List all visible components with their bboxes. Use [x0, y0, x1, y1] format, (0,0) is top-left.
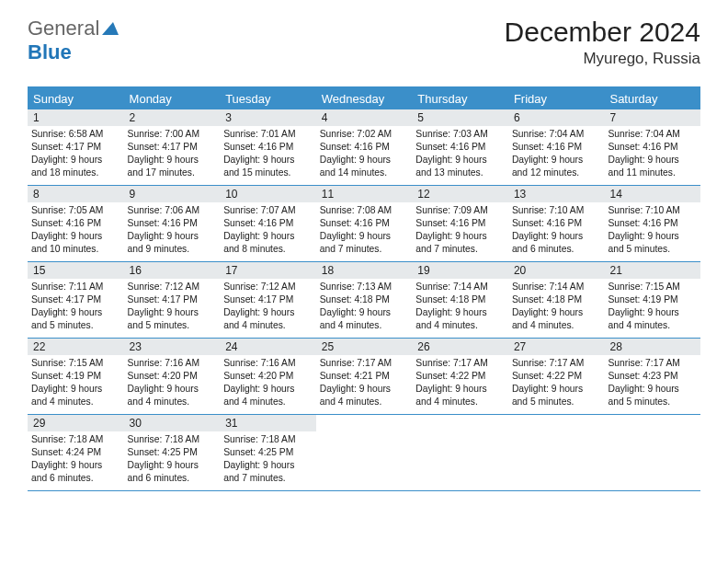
day-cell: 31Sunrise: 7:18 AMSunset: 4:25 PMDayligh…: [220, 415, 316, 490]
day-daylight1: Daylight: 9 hours: [320, 383, 409, 396]
day-sunset: Sunset: 4:19 PM: [608, 293, 697, 306]
day-daylight2: and 5 minutes.: [31, 319, 120, 332]
day-number: 16: [124, 262, 221, 279]
day-daylight1: Daylight: 9 hours: [415, 306, 505, 319]
day-cell: 6Sunrise: 7:04 AMSunset: 4:16 PMDaylight…: [508, 109, 605, 185]
week-row: 8Sunrise: 7:05 AMSunset: 4:16 PMDaylight…: [28, 186, 700, 262]
day-sunrise: Sunrise: 7:10 AM: [512, 204, 601, 217]
day-number: 6: [508, 109, 605, 126]
day-daylight1: Daylight: 9 hours: [31, 383, 120, 396]
day-daylight2: and 6 minutes.: [512, 243, 601, 256]
day-sunset: Sunset: 4:17 PM: [128, 141, 217, 154]
day-sunset: Sunset: 4:19 PM: [31, 370, 120, 383]
day-number: 30: [124, 415, 221, 431]
day-cell: 19Sunrise: 7:14 AMSunset: 4:18 PMDayligh…: [412, 262, 508, 338]
day-daylight2: and 6 minutes.: [31, 472, 120, 485]
day-daylight1: Daylight: 9 hours: [512, 306, 601, 319]
day-sunrise: Sunrise: 7:13 AM: [320, 281, 409, 293]
day-daylight2: and 9 minutes.: [128, 243, 217, 256]
svg-marker-0: [102, 22, 119, 35]
day-number: 23: [124, 339, 221, 355]
day-daylight2: and 5 minutes.: [608, 243, 697, 256]
day-sunrise: Sunrise: 7:18 AM: [128, 433, 217, 446]
day-cell: 21Sunrise: 7:15 AMSunset: 4:19 PMDayligh…: [604, 262, 700, 338]
day-number: 12: [412, 186, 508, 202]
day-cell: 22Sunrise: 7:15 AMSunset: 4:19 PMDayligh…: [28, 339, 124, 414]
day-daylight1: Daylight: 9 hours: [223, 459, 313, 472]
day-cell: 3Sunrise: 7:01 AMSunset: 4:16 PMDaylight…: [220, 109, 316, 185]
day-cell: 17Sunrise: 7:12 AMSunset: 4:17 PMDayligh…: [220, 262, 316, 338]
day-daylight1: Daylight: 9 hours: [415, 230, 505, 243]
day-cell: 27Sunrise: 7:17 AMSunset: 4:22 PMDayligh…: [508, 339, 605, 414]
day-daylight1: Daylight: 9 hours: [31, 459, 120, 472]
day-daylight2: and 18 minutes.: [31, 167, 120, 179]
day-daylight2: and 7 minutes.: [223, 472, 313, 485]
day-number: 29: [28, 415, 124, 431]
day-sunset: Sunset: 4:22 PM: [512, 370, 601, 383]
day-sunrise: Sunrise: 7:11 AM: [31, 281, 120, 293]
day-daylight2: and 13 minutes.: [415, 167, 505, 179]
day-daylight1: Daylight: 9 hours: [512, 154, 601, 167]
day-cell: 15Sunrise: 7:11 AMSunset: 4:17 PMDayligh…: [28, 262, 124, 338]
day-number: 9: [124, 186, 221, 202]
day-number: 28: [604, 339, 700, 355]
day-sunset: Sunset: 4:20 PM: [128, 370, 217, 383]
day-daylight2: and 4 minutes.: [512, 319, 601, 332]
day-sunrise: Sunrise: 7:04 AM: [512, 128, 601, 141]
day-sunrise: Sunrise: 7:07 AM: [223, 204, 313, 217]
day-daylight1: Daylight: 9 hours: [608, 306, 697, 319]
day-daylight1: Daylight: 9 hours: [608, 383, 697, 396]
day-daylight2: and 11 minutes.: [608, 167, 697, 179]
weekday-label: Wednesday: [316, 88, 413, 109]
day-sunset: Sunset: 4:16 PM: [608, 141, 697, 154]
week-row: 1Sunrise: 6:58 AMSunset: 4:17 PMDaylight…: [28, 109, 700, 186]
day-cell: [412, 415, 508, 490]
day-sunrise: Sunrise: 7:14 AM: [415, 281, 505, 293]
day-daylight2: and 5 minutes.: [512, 396, 601, 408]
day-number: 8: [28, 186, 124, 202]
day-number: 22: [28, 339, 124, 355]
day-cell: 13Sunrise: 7:10 AMSunset: 4:16 PMDayligh…: [508, 186, 605, 261]
day-sunrise: Sunrise: 7:15 AM: [608, 281, 697, 293]
day-cell: 2Sunrise: 7:00 AMSunset: 4:17 PMDaylight…: [124, 109, 221, 185]
day-number: 10: [220, 186, 316, 202]
day-daylight1: Daylight: 9 hours: [512, 383, 601, 396]
day-daylight2: and 4 minutes.: [128, 396, 217, 408]
day-sunset: Sunset: 4:16 PM: [415, 217, 505, 230]
day-cell: 29Sunrise: 7:18 AMSunset: 4:24 PMDayligh…: [28, 415, 124, 490]
day-number: 31: [220, 415, 316, 431]
day-sunset: Sunset: 4:21 PM: [320, 370, 409, 383]
logo: General Blue: [28, 17, 119, 64]
day-number: 4: [316, 109, 413, 126]
day-sunrise: Sunrise: 7:09 AM: [415, 204, 505, 217]
day-daylight2: and 17 minutes.: [128, 167, 217, 179]
day-sunrise: Sunrise: 7:17 AM: [608, 357, 697, 370]
day-daylight1: Daylight: 9 hours: [320, 154, 409, 167]
day-daylight2: and 4 minutes.: [415, 396, 505, 408]
day-sunset: Sunset: 4:25 PM: [128, 446, 217, 459]
weekday-row: SundayMondayTuesdayWednesdayThursdayFrid…: [28, 88, 700, 109]
day-daylight2: and 5 minutes.: [128, 319, 217, 332]
calendar: SundayMondayTuesdayWednesdayThursdayFrid…: [28, 86, 700, 491]
day-number: 3: [220, 109, 316, 126]
day-daylight2: and 7 minutes.: [415, 243, 505, 256]
weekday-label: Tuesday: [220, 88, 316, 109]
day-cell: 26Sunrise: 7:17 AMSunset: 4:22 PMDayligh…: [412, 339, 508, 414]
day-daylight1: Daylight: 9 hours: [128, 230, 217, 243]
day-number: 7: [604, 109, 700, 126]
day-daylight2: and 5 minutes.: [608, 396, 697, 408]
day-cell: 28Sunrise: 7:17 AMSunset: 4:23 PMDayligh…: [604, 339, 700, 414]
day-sunset: Sunset: 4:16 PM: [223, 141, 313, 154]
day-sunrise: Sunrise: 7:18 AM: [31, 433, 120, 446]
day-daylight1: Daylight: 9 hours: [31, 154, 120, 167]
day-number: 20: [508, 262, 605, 279]
day-sunrise: Sunrise: 7:00 AM: [128, 128, 217, 141]
day-number: 13: [508, 186, 605, 202]
day-number: 21: [604, 262, 700, 279]
day-sunrise: Sunrise: 7:16 AM: [128, 357, 217, 370]
week-row: 15Sunrise: 7:11 AMSunset: 4:17 PMDayligh…: [28, 262, 700, 339]
logo-triangle-icon: [102, 22, 119, 38]
day-cell: 8Sunrise: 7:05 AMSunset: 4:16 PMDaylight…: [28, 186, 124, 261]
day-number: 17: [220, 262, 316, 279]
day-daylight1: Daylight: 9 hours: [128, 383, 217, 396]
